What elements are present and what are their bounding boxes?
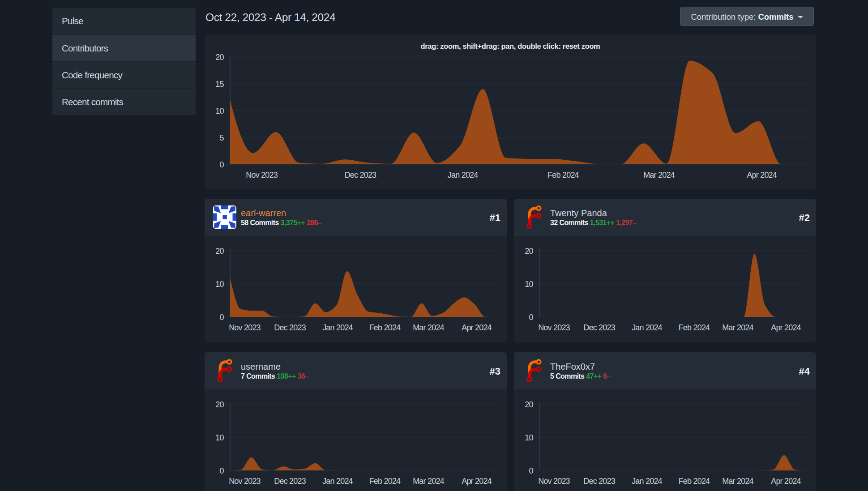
- svg-text:0: 0: [219, 160, 224, 169]
- svg-text:Dec 2023: Dec 2023: [583, 477, 615, 486]
- svg-text:20: 20: [525, 400, 533, 409]
- svg-text:10: 10: [215, 280, 224, 289]
- svg-text:Apr 2024: Apr 2024: [771, 477, 801, 486]
- svg-text:Mar 2024: Mar 2024: [413, 477, 444, 486]
- svg-text:20: 20: [215, 53, 224, 62]
- svg-text:Feb 2024: Feb 2024: [679, 477, 710, 486]
- svg-text:0: 0: [529, 466, 533, 475]
- svg-text:Apr 2024: Apr 2024: [771, 323, 801, 332]
- svg-text:Jan 2024: Jan 2024: [632, 323, 662, 332]
- svg-text:20: 20: [215, 400, 224, 409]
- svg-text:0: 0: [529, 313, 533, 322]
- svg-text:Nov 2023: Nov 2023: [538, 323, 570, 332]
- svg-text:Nov 2023: Nov 2023: [246, 171, 278, 179]
- svg-text:Feb 2024: Feb 2024: [369, 323, 401, 332]
- svg-text:Jan 2024: Jan 2024: [632, 477, 662, 486]
- svg-text:20: 20: [525, 247, 533, 256]
- svg-text:20: 20: [215, 247, 224, 256]
- svg-text:0: 0: [219, 466, 224, 475]
- svg-text:Apr 2024: Apr 2024: [462, 477, 492, 486]
- svg-text:Mar 2024: Mar 2024: [413, 323, 444, 332]
- svg-text:0: 0: [219, 313, 224, 322]
- svg-text:Jan 2024: Jan 2024: [448, 171, 478, 179]
- svg-text:Apr 2024: Apr 2024: [747, 171, 777, 179]
- svg-text:Mar 2024: Mar 2024: [643, 171, 675, 179]
- svg-text:Mar 2024: Mar 2024: [722, 323, 753, 332]
- svg-text:Feb 2024: Feb 2024: [547, 171, 579, 179]
- svg-text:Dec 2023: Dec 2023: [274, 323, 306, 332]
- svg-text:Jan 2024: Jan 2024: [322, 477, 353, 486]
- svg-text:10: 10: [525, 433, 533, 442]
- svg-text:Jan 2024: Jan 2024: [322, 323, 353, 332]
- svg-text:Dec 2023: Dec 2023: [583, 323, 615, 332]
- svg-text:10: 10: [215, 107, 224, 115]
- svg-text:Mar 2024: Mar 2024: [722, 477, 753, 486]
- svg-text:5: 5: [219, 133, 224, 142]
- svg-text:Dec 2023: Dec 2023: [274, 477, 306, 486]
- svg-text:15: 15: [215, 80, 224, 89]
- svg-text:Nov 2023: Nov 2023: [538, 477, 570, 486]
- svg-text:Dec 2023: Dec 2023: [345, 171, 376, 179]
- svg-text:10: 10: [215, 433, 224, 442]
- svg-text:drag: zoom, shift+drag: pan, d: drag: zoom, shift+drag: pan, double clic…: [421, 42, 600, 50]
- svg-text:Apr 2024: Apr 2024: [462, 323, 492, 332]
- svg-text:Nov 2023: Nov 2023: [229, 477, 261, 486]
- svg-text:10: 10: [525, 280, 533, 289]
- svg-text:Feb 2024: Feb 2024: [679, 323, 710, 332]
- svg-text:Feb 2024: Feb 2024: [369, 477, 401, 486]
- svg-text:Nov 2023: Nov 2023: [229, 323, 261, 332]
